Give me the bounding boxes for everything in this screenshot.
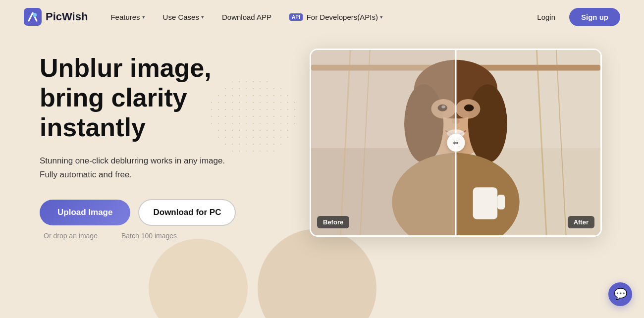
nav-item-features[interactable]: Features ▾ — [104, 9, 152, 25]
download-for-pc-button[interactable]: Download for PC — [138, 199, 236, 226]
before-label: Before — [317, 216, 349, 228]
hero-subtitle: Stunning one-click deblurring works in a… — [40, 154, 238, 181]
nav-item-download[interactable]: Download APP — [215, 9, 278, 25]
nav-developers-label: For Developers(APIs) — [307, 13, 378, 21]
upload-image-button[interactable]: Upload Image — [40, 200, 130, 225]
divider-handle: ⇔ — [447, 134, 465, 152]
logo-icon — [24, 8, 42, 26]
svg-rect-27 — [311, 50, 456, 236]
chat-button[interactable]: 💬 — [608, 282, 632, 306]
logo[interactable]: PicWish — [24, 8, 88, 26]
nav-links: Features ▾ Use Cases ▾ Download APP API … — [104, 9, 531, 25]
svg-rect-24 — [497, 195, 505, 210]
batch-text: Batch 100 images — [121, 232, 177, 240]
login-button[interactable]: Login — [531, 9, 561, 25]
nav-item-developers[interactable]: API For Developers(APIs) ▾ — [282, 9, 390, 25]
drop-image-text: Or drop an image — [44, 232, 98, 240]
image-comparison-widget: ⇔ Before After — [310, 49, 602, 237]
arrows-icon: ⇔ — [453, 139, 459, 147]
nav-usecases-label: Use Cases — [163, 13, 199, 21]
hero-headline: Unblur image, bring clarity instantly — [40, 53, 297, 142]
chevron-down-icon: ▾ — [142, 14, 145, 20]
after-label: After — [568, 216, 594, 228]
navigation: PicWish Features ▾ Use Cases ▾ Download … — [0, 0, 644, 34]
nav-features-label: Features — [110, 13, 140, 21]
svg-point-14 — [468, 84, 507, 162]
svg-rect-23 — [473, 187, 497, 219]
svg-rect-0 — [24, 8, 42, 26]
sub-labels: Or drop an image Batch 100 images — [40, 232, 297, 240]
signup-button[interactable]: Sign up — [569, 8, 620, 26]
chevron-down-icon: ▾ — [380, 14, 383, 20]
nav-download-label: Download APP — [222, 13, 271, 21]
hero-left: Unblur image, bring clarity instantly St… — [40, 44, 297, 318]
chat-icon: 💬 — [614, 288, 627, 301]
brand-name: PicWish — [46, 10, 88, 23]
svg-point-18 — [464, 105, 474, 111]
nav-item-usecases[interactable]: Use Cases ▾ — [156, 9, 211, 25]
cta-buttons: Upload Image Download for PC — [40, 199, 297, 226]
api-badge: API — [289, 13, 303, 21]
nav-right: Login Sign up — [531, 8, 620, 26]
comparison-divider: ⇔ — [455, 50, 457, 235]
svg-point-1 — [33, 13, 37, 17]
hero-right: ⇔ Before After — [297, 44, 614, 318]
chevron-down-icon: ▾ — [201, 14, 204, 20]
main-content: Unblur image, bring clarity instantly St… — [0, 34, 644, 318]
